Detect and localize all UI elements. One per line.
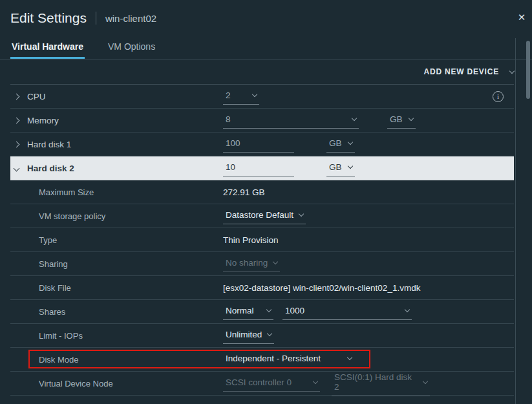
- memory-size-input[interactable]: 8: [223, 112, 359, 129]
- expand-memory-icon[interactable]: [14, 117, 20, 123]
- row-disk-mode: Disk Mode Independent - Persistent: [10, 348, 514, 372]
- vm-storage-policy-label: VM storage policy: [39, 211, 105, 221]
- hard-disk-2-unit-select[interactable]: GB: [326, 160, 355, 176]
- chevron-down-icon: [423, 378, 428, 383]
- cpu-label: CPU: [27, 92, 46, 101]
- maximum-size-value: 272.91 GB: [223, 187, 265, 197]
- memory-label: Memory: [27, 116, 59, 125]
- hard-disk-1-unit-select[interactable]: GB: [326, 136, 355, 153]
- disk-mode-select[interactable]: Independent - Persistent: [223, 352, 354, 368]
- disk-file-value: [esx02-datastore] win-client02/win-clien…: [223, 283, 420, 293]
- row-cpu: CPU 2: [10, 85, 514, 109]
- chevron-down-icon: [409, 115, 414, 120]
- chevron-down-icon: [266, 306, 271, 312]
- row-memory: Memory 8 GB: [10, 109, 514, 133]
- limit-iops-select[interactable]: Unlimited: [223, 328, 274, 344]
- shares-level-select[interactable]: Normal: [223, 304, 273, 320]
- chevron-down-icon: [352, 115, 357, 120]
- vertical-scrollbar[interactable]: [526, 41, 530, 99]
- hard-disk-2-size-input[interactable]: 10: [223, 160, 294, 176]
- collapse-hard-disk-2-icon[interactable]: [14, 165, 20, 171]
- scsi-controller-select: SCSI controller 0: [223, 376, 320, 392]
- expand-hard-disk-1-icon[interactable]: [14, 141, 20, 147]
- chevron-down-icon: [299, 211, 304, 216]
- device-toolbar: ADD NEW DEVICE: [0, 59, 532, 84]
- chevron-down-icon: [348, 163, 353, 168]
- chevron-down-icon: [405, 306, 410, 312]
- vm-storage-policy-select[interactable]: Datastore Default: [223, 208, 306, 224]
- content-edge-divider: [515, 38, 516, 404]
- dialog-title: Edit Settings: [10, 10, 87, 26]
- tab-virtual-hardware[interactable]: Virtual Hardware: [10, 36, 85, 59]
- chevron-down-icon: [347, 354, 352, 359]
- row-shares: Shares Normal 1000: [10, 300, 514, 324]
- row-limit-iops: Limit - IOPs Unlimited: [10, 324, 514, 348]
- hardware-table: CPU 2 Memory 8 GB Hard disk 1 100: [10, 84, 514, 404]
- memory-unit-select[interactable]: GB: [387, 112, 416, 129]
- disk-file-label: Disk File: [39, 283, 71, 293]
- close-icon[interactable]: [514, 10, 529, 25]
- chevron-down-icon: [273, 259, 278, 264]
- sharing-select: No sharing: [223, 256, 280, 272]
- chevron-down-icon: [313, 378, 318, 383]
- disk-mode-label: Disk Mode: [39, 355, 78, 365]
- header-divider: [96, 12, 96, 25]
- row-disk-file: Disk File [esx02-datastore] win-client02…: [10, 276, 514, 300]
- type-label: Type: [39, 235, 57, 245]
- sharing-label: Sharing: [39, 259, 68, 269]
- chevron-down-icon: [267, 330, 272, 335]
- limit-iops-label: Limit - IOPs: [39, 331, 83, 341]
- scsi-node-select: SCSI(0:1) Hard disk 2: [332, 370, 430, 396]
- row-hard-disk-1: Hard disk 1 100 GB: [10, 133, 514, 156]
- row-sharing: Sharing No sharing: [10, 252, 514, 276]
- row-scsi-controller-0: SCSI controller 0 LSI Logic SAS: [10, 396, 514, 404]
- row-vm-storage-policy: VM storage policy Datastore Default: [10, 204, 514, 228]
- chevron-down-icon: [348, 139, 353, 144]
- cpu-count-select[interactable]: 2: [223, 89, 259, 105]
- hard-disk-2-label: Hard disk 2: [27, 164, 74, 173]
- vm-name: win-client02: [105, 13, 156, 24]
- type-value: Thin Provision: [223, 235, 279, 245]
- row-virtual-device-node: Virtual Device Node SCSI controller 0 SC…: [10, 372, 514, 396]
- hard-disk-1-size-input[interactable]: 100: [223, 136, 294, 153]
- chevron-down-icon: [509, 68, 515, 73]
- tab-vm-options[interactable]: VM Options: [107, 36, 156, 59]
- row-maximum-size: Maximum Size 272.91 GB: [10, 180, 514, 204]
- row-type: Type Thin Provision: [10, 228, 514, 252]
- tab-bar: Virtual Hardware VM Options: [0, 36, 532, 59]
- info-icon[interactable]: [493, 91, 504, 102]
- dialog-header: Edit Settings win-client02: [0, 0, 532, 36]
- row-hard-disk-2: Hard disk 2 10 GB: [10, 156, 514, 180]
- hard-disk-1-label: Hard disk 1: [27, 140, 71, 149]
- maximum-size-label: Maximum Size: [39, 187, 94, 197]
- add-new-device-label: ADD NEW DEVICE: [423, 67, 499, 76]
- shares-amount-input[interactable]: 1000: [282, 304, 412, 320]
- virtual-device-node-label: Virtual Device Node: [39, 379, 113, 388]
- chevron-down-icon: [252, 91, 257, 96]
- expand-cpu-icon[interactable]: [14, 93, 20, 100]
- add-new-device-button[interactable]: ADD NEW DEVICE: [423, 67, 514, 76]
- shares-label: Shares: [39, 307, 65, 317]
